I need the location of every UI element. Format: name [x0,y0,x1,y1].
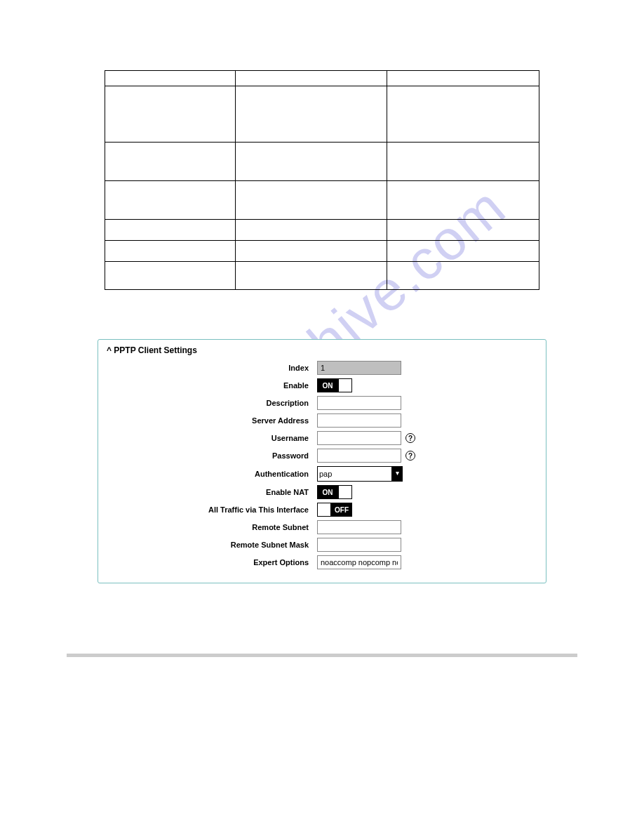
index-label: Index [107,364,317,372]
toggle-off-text: OFF [331,503,352,517]
table-row [105,143,539,181]
panel-title: PPTP Client Settings [114,345,196,355]
nat-toggle[interactable]: ON [317,485,352,499]
expert-options-label: Expert Options [107,558,317,567]
table-row [105,71,539,86]
remote-subnet-label: Remote Subnet [107,523,317,531]
index-field [317,361,401,375]
server-address-field[interactable] [317,413,401,428]
remote-subnet-field[interactable] [317,520,401,534]
username-field[interactable] [317,431,401,445]
remote-subnet-mask-label: Remote Subnet Mask [107,541,317,549]
caret-icon: ^ [107,345,112,355]
remote-subnet-mask-field[interactable] [317,538,401,552]
expert-options-field[interactable] [317,555,401,569]
table-row [105,262,539,290]
help-icon[interactable]: ? [405,433,415,443]
traffic-label: All Traffic via This Interface [107,505,317,514]
panel-header[interactable]: ^ PPTP Client Settings [107,345,537,355]
enable-label: Enable [107,381,317,390]
table-row [105,220,539,241]
table-row [105,181,539,220]
toggle-on-text: ON [317,485,338,499]
authentication-select[interactable]: pap [317,466,403,482]
nat-label: Enable NAT [107,488,317,496]
page-divider [67,654,577,657]
authentication-label: Authentication [107,470,317,478]
table-row [105,86,539,143]
description-label: Description [107,399,317,407]
server-address-label: Server Address [107,416,317,425]
description-field[interactable] [317,396,401,410]
traffic-toggle[interactable]: OFF [317,503,352,517]
pptp-settings-panel: ^ PPTP Client Settings Index Enable ON [98,339,546,583]
password-label: Password [107,451,317,460]
password-field[interactable] [317,449,401,463]
toggle-on-text: ON [317,378,338,392]
help-icon[interactable]: ? [405,451,415,461]
username-label: Username [107,434,317,442]
enable-toggle[interactable]: ON [317,378,352,392]
empty-table [105,70,539,290]
table-row [105,241,539,262]
